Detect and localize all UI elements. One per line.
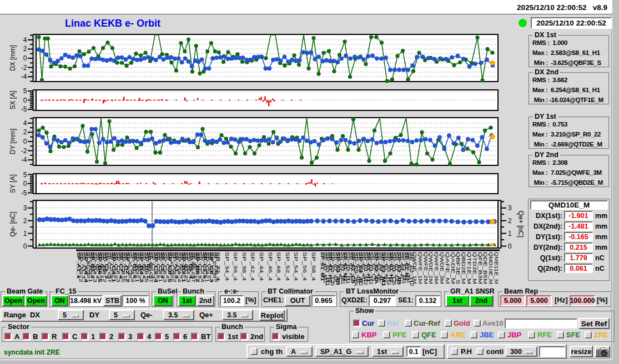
svg-text:SP_48_4: SP_48_4	[276, 252, 282, 281]
svg-text:0: 0	[23, 97, 27, 104]
svg-text:3: 3	[508, 204, 512, 212]
svg-text:QFE_B3M: QFE_B3M	[477, 252, 484, 284]
svg-text:QWFE_1M: QWFE_1M	[417, 252, 424, 284]
svg-text:2: 2	[23, 45, 27, 53]
svg-text:QBF3E_S: QBF3E_S	[455, 252, 461, 284]
svg-text:0: 0	[508, 242, 512, 250]
svg-text:SP_38_4: SP_38_4	[241, 252, 248, 281]
svg-text:SP_56_4: SP_56_4	[302, 252, 308, 281]
svg-text:-4: -4	[21, 156, 27, 164]
svg-text:SP_34_4: SP_34_4	[224, 252, 230, 281]
svg-text:1: 1	[23, 230, 27, 237]
svg-text:5: 5	[23, 87, 27, 95]
svg-text:-2: -2	[21, 64, 27, 72]
svg-text:2: 2	[23, 217, 27, 225]
svg-text:QADE_M: QADE_M	[450, 252, 456, 284]
svg-text:QTD2E_M: QTD2E_M	[472, 252, 478, 284]
svg-text:2: 2	[23, 128, 27, 136]
svg-text:QME11E_M: QME11E_M	[494, 252, 500, 284]
svg-text:SP_58_4: SP_58_4	[311, 252, 317, 281]
svg-text:SP_46_4: SP_46_4	[268, 252, 274, 281]
svg-text:3: 3	[23, 204, 27, 212]
svg-text:SY [A]: SY [A]	[9, 174, 17, 193]
svg-text:0: 0	[23, 242, 27, 250]
svg-text:0: 0	[23, 180, 27, 188]
svg-text:-2: -2	[21, 147, 27, 155]
svg-text:QWFE_3M: QWFE_3M	[434, 252, 440, 284]
svg-text:1: 1	[508, 230, 512, 237]
svg-text:QWDE_1M: QWDE_1M	[412, 252, 418, 284]
svg-text:QDE_B5M: QDE_B5M	[482, 252, 489, 284]
svg-text:DX [mm]: DX [mm]	[9, 45, 17, 71]
svg-text:DY [mm]: DY [mm]	[9, 129, 17, 154]
svg-text:QWFE_2M: QWFE_2M	[423, 252, 429, 284]
svg-text:Qe- [nC]: Qe- [nC]	[9, 211, 17, 236]
svg-text:SP_42_4: SP_42_4	[250, 252, 256, 281]
svg-text:QAFE_M: QAFE_M	[445, 252, 451, 284]
svg-text:Qe+ [nC]: Qe+ [nC]	[517, 211, 525, 237]
svg-text:QWDE_2M: QWDE_2M	[428, 252, 434, 284]
svg-text:QTF1E_M: QTF1E_M	[466, 252, 472, 284]
svg-text:SP_54_4: SP_54_4	[293, 252, 299, 281]
svg-text:SP_44_4: SP_44_4	[259, 252, 265, 281]
svg-text:0: 0	[23, 138, 27, 145]
svg-text:-5: -5	[21, 105, 27, 113]
svg-text:SX [A]: SX [A]	[9, 90, 17, 109]
svg-text:SP_32_4: SP_32_4	[215, 252, 222, 281]
svg-text:QMD10E_M: QMD10E_M	[488, 252, 494, 284]
svg-text:4: 4	[23, 36, 27, 44]
svg-text:QBD2E_M: QBD2E_M	[461, 252, 467, 284]
svg-text:2: 2	[508, 217, 512, 225]
svg-text:4: 4	[23, 119, 27, 127]
svg-text:-5: -5	[21, 189, 27, 197]
svg-text:SP_52_4: SP_52_4	[285, 252, 291, 281]
svg-text:5: 5	[23, 171, 27, 179]
svg-text:-4: -4	[21, 73, 27, 80]
svg-text:0: 0	[23, 54, 27, 62]
svg-text:QWDE_3M: QWDE_3M	[439, 252, 445, 284]
svg-text:SP_36_4: SP_36_4	[233, 252, 239, 281]
